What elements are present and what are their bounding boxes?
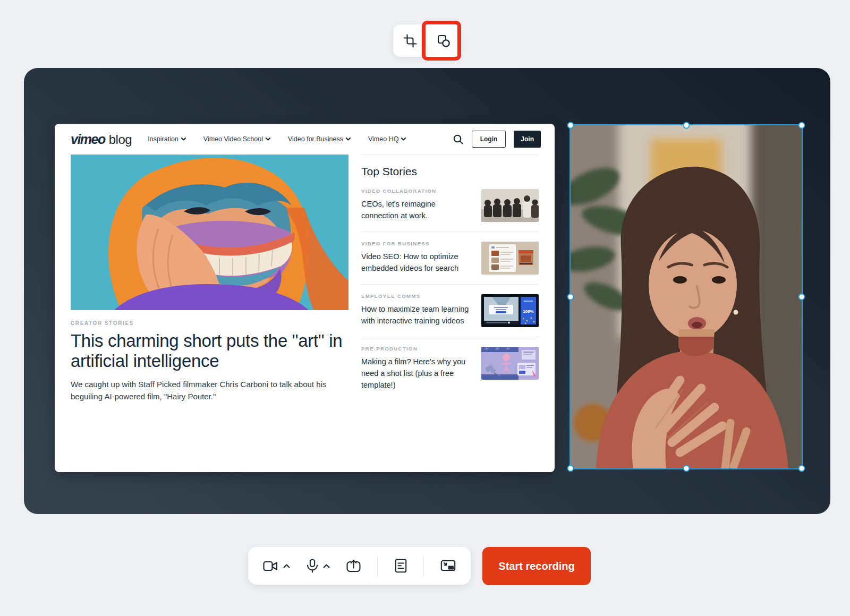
blog-header: vimeo blog Inspiration Vimeo Video Schoo… (55, 124, 555, 155)
nav-item-vimeo-hq[interactable]: Vimeo HQ (368, 135, 406, 143)
story-title[interactable]: Making a film? Here's why you need a sho… (361, 356, 474, 391)
resize-handle-middle-right[interactable] (798, 294, 805, 301)
story-thumbnail-shot-list (481, 347, 539, 380)
chevron-up-icon (323, 564, 330, 568)
resize-handle-bottom-right[interactable] (798, 465, 805, 472)
dock-divider (423, 556, 424, 576)
story-thumbnail-training-video: 100% (481, 294, 539, 327)
chevron-down-icon (181, 138, 186, 141)
picture-in-picture-button[interactable] (440, 559, 456, 572)
story-item-video-seo[interactable]: VIDEO FOR BUSINESS Video SEO: How to opt… (361, 232, 539, 284)
logo-brand: vimeo (71, 132, 105, 147)
resize-handle-middle-left[interactable] (567, 294, 574, 301)
thumbnail-progress-text: 100% (523, 309, 533, 314)
top-stories-heading: Top Stories (361, 165, 539, 178)
story-category: VIDEO FOR BUSINESS (361, 241, 474, 246)
start-recording-button[interactable]: Start recording (482, 547, 591, 585)
camera-icon (263, 560, 278, 572)
nav-item-video-for-business[interactable]: Video for Business (288, 135, 351, 143)
featured-category: CREATOR STORIES (71, 320, 348, 326)
join-button[interactable]: Join (514, 131, 541, 148)
resize-handle-bottom-center[interactable] (683, 465, 690, 472)
ai-art-grin-illustration (71, 155, 348, 310)
nav-item-inspiration[interactable]: Inspiration (148, 135, 186, 143)
story-category: VIDEO COLLABORATION (361, 188, 474, 194)
recorder-app: vimeo blog Inspiration Vimeo Video Schoo… (0, 0, 850, 616)
dock-divider (377, 556, 378, 576)
login-button[interactable]: Login (472, 131, 506, 148)
story-item-employee-comms[interactable]: EMPLOYEE COMMS How to maximize team lear… (361, 284, 539, 337)
featured-hero-image (71, 155, 348, 310)
microphone-options-button[interactable] (323, 564, 330, 568)
story-category: EMPLOYEE COMMS (361, 293, 474, 299)
chevron-up-icon (283, 564, 290, 568)
story-title[interactable]: Video SEO: How to optimize embedded vide… (361, 251, 474, 275)
shared-screen-preview[interactable]: vimeo blog Inspiration Vimeo Video Schoo… (55, 124, 555, 472)
story-thumbnail-audience (481, 189, 539, 222)
microphone-button[interactable] (307, 559, 318, 573)
chevron-down-icon (401, 138, 406, 141)
resize-handle-top-left[interactable] (567, 122, 574, 129)
share-screen-icon (346, 559, 361, 572)
shapes-tool-button[interactable] (429, 26, 458, 56)
microphone-icon (307, 559, 318, 573)
picture-in-picture-icon (440, 559, 456, 572)
camera-control (263, 560, 290, 572)
story-title[interactable]: CEOs, let's reimagine connection at work… (361, 199, 474, 222)
record-controls-dock (248, 547, 471, 585)
header-actions: Login Join (453, 131, 541, 148)
story-item-video-collaboration[interactable]: VIDEO COLLABORATION CEOs, let's reimagin… (361, 179, 539, 232)
story-item-shot-list[interactable]: PRE-PRODUCTION Making a film? Here's why… (361, 337, 539, 400)
camera-options-button[interactable] (283, 564, 290, 568)
resize-handle-top-center[interactable] (683, 122, 690, 129)
camera-button[interactable] (263, 560, 278, 572)
notes-icon (395, 559, 407, 573)
recording-canvas: vimeo blog Inspiration Vimeo Video Schoo… (24, 68, 830, 514)
story-title[interactable]: How to maximize team learning with inter… (361, 304, 474, 327)
vimeo-blog-logo[interactable]: vimeo blog (71, 132, 132, 147)
crop-tool-button[interactable] (395, 26, 425, 56)
crop-icon (403, 34, 417, 48)
top-stories-section: Top Stories VIDEO COLLABORATION CEOs, le… (361, 155, 539, 403)
featured-article[interactable]: CREATOR STORIES This charming short puts… (71, 155, 348, 403)
blog-nav: Inspiration Vimeo Video School Video for… (148, 135, 406, 143)
annotation-toolbar (393, 24, 460, 57)
webcam-video-feed (571, 125, 802, 468)
featured-description: We caught up with Staff Picked filmmaker… (71, 379, 348, 403)
logo-suffix: blog (109, 132, 132, 147)
notes-button[interactable] (395, 559, 407, 573)
microphone-control (307, 559, 330, 573)
featured-title[interactable]: This charming short puts the "art" in ar… (71, 331, 348, 371)
chevron-down-icon (346, 138, 351, 141)
resize-handle-top-right[interactable] (798, 122, 805, 129)
blog-content: CREATOR STORIES This charming short puts… (55, 155, 555, 403)
share-screen-button[interactable] (346, 559, 361, 572)
shapes-icon (436, 33, 451, 48)
resize-handle-bottom-left[interactable] (567, 465, 574, 472)
story-thumbnail-seo (481, 242, 539, 275)
search-icon[interactable] (453, 134, 464, 145)
chevron-down-icon (266, 138, 270, 141)
nav-item-video-school[interactable]: Vimeo Video School (203, 135, 270, 143)
story-category: PRE-PRODUCTION (361, 346, 474, 352)
webcam-overlay[interactable] (571, 125, 802, 468)
